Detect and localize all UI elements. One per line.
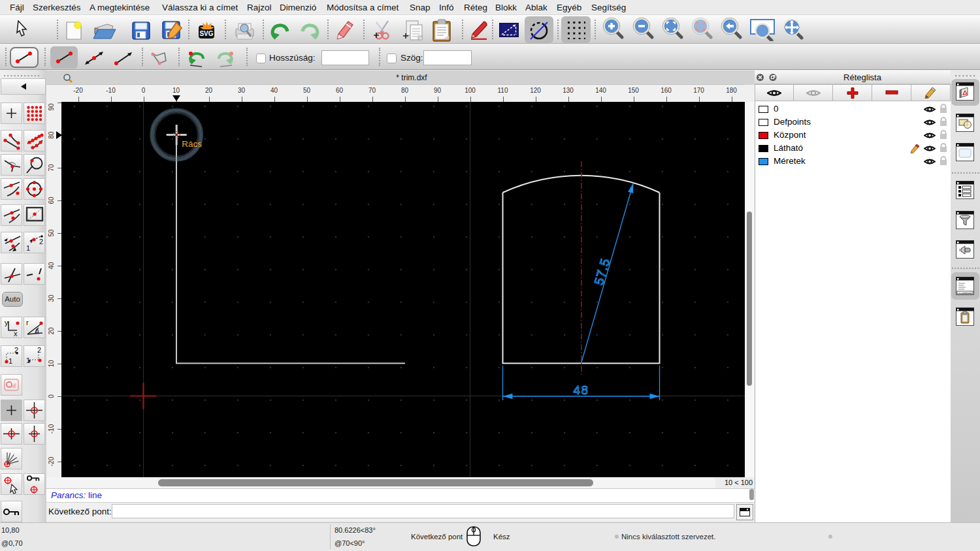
svg-text:y: y xyxy=(5,319,8,326)
svg-text:2: 2 xyxy=(39,238,43,245)
svg-text:SVG: SVG xyxy=(199,30,213,37)
svg-text:a: a xyxy=(35,327,39,334)
svg-text:1: 1 xyxy=(26,244,30,252)
svg-text:2: 2 xyxy=(37,346,41,354)
svg-text:Rács: Rács xyxy=(182,139,202,149)
svg-text:48: 48 xyxy=(573,383,589,397)
svg-text:1: 1 xyxy=(8,357,12,365)
svg-text:x: x xyxy=(14,330,18,338)
svg-text:r: r xyxy=(26,319,29,326)
svg-text:C command: C command xyxy=(959,292,972,294)
